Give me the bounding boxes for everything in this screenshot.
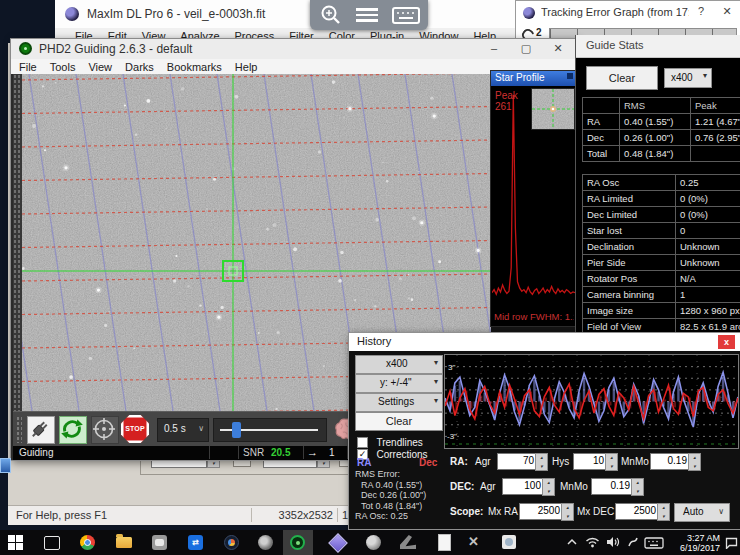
close-button[interactable]: ✕ [547,41,569,56]
phd2-taskbar-icon[interactable] [290,535,305,550]
volume-icon[interactable] [606,536,620,548]
phd2-menu-tools[interactable]: Tools [50,61,76,73]
guide-stats-clear-button[interactable]: Clear [586,66,658,90]
file-explorer-icon[interactable] [116,537,132,548]
history-scale-select[interactable]: x400 ▾ [355,355,443,374]
galaxy-app-icon[interactable] [258,535,273,550]
svg-text:3": 3" [448,363,455,372]
sphere-app-icon[interactable] [366,535,381,550]
close-button[interactable]: ✕ [716,4,738,19]
phd2-menu-bookmarks[interactable]: Bookmarks [167,61,222,73]
dec-minmove-input[interactable]: 0.19 [591,478,634,495]
max-ra-spinner[interactable]: ▴▾ [561,503,574,521]
history-settings-select[interactable]: Settings ▾ [355,393,443,412]
history-graph: 3"-3" [444,354,739,449]
remote-overlay-toolbar [310,0,428,30]
snr-value: 20.5 [271,447,290,458]
phd2-menu-file[interactable]: File [19,61,37,73]
stats-cell: Unknown [676,255,740,271]
phd2-menu-view[interactable]: View [88,61,112,73]
chevron-up-icon[interactable] [566,538,578,546]
stats-cell: RA Limited [583,191,676,207]
keyboard-icon[interactable] [392,7,420,24]
gamma-slider[interactable] [213,418,327,442]
dock-gripper[interactable] [13,74,22,411]
magnifier-icon[interactable] [320,4,342,26]
dec-minmove-spinner[interactable]: ▴▾ [631,478,644,496]
stats-cell: RA Osc [583,175,676,191]
star-profile-titlebar[interactable]: Star Profile [491,71,576,86]
phd2-menu-darks[interactable]: Darks [125,61,154,73]
pen-icon[interactable] [627,536,639,548]
max-ra-input[interactable]: 2500 [519,503,564,520]
desktop-icon[interactable] [0,458,11,473]
guide-stats-scale-select[interactable]: x400 ▾ [664,68,712,88]
chrome-icon[interactable] [80,535,95,550]
graphics-app-icon[interactable] [152,535,167,550]
guide-stats-rms-table: RMSPeakRA0.40 (1.55")1.21 (4.67")Dec0.26… [582,97,735,162]
arrow-icon: → [307,446,318,458]
stats-cell: 0.25 [676,175,740,191]
hysteresis-spinner[interactable]: ▴▾ [605,453,618,471]
star-thumbnail [531,88,575,130]
guide-stats-title: Guide Stats [586,39,643,51]
max-dec-input[interactable]: 2500 [615,503,660,520]
dec-mode-select[interactable]: Auto ∨ [674,503,730,522]
task-view-icon[interactable] [44,536,60,550]
help-button[interactable]: ? [690,4,712,19]
x-app-icon[interactable]: ✕ [468,534,479,549]
peak-label: Peak [495,90,518,101]
dec-aggression-spinner[interactable]: ▴▾ [542,478,555,496]
action-center-icon[interactable] [725,537,738,549]
camera-connect-button[interactable] [27,416,55,444]
dec-row-label: DEC: [450,481,474,492]
minimize-button[interactable]: – [483,41,505,56]
ra-agr-label: Agr [475,456,491,467]
history-yscale-select[interactable]: y: +/-4" ▾ [355,374,443,393]
teamviewer-icon[interactable]: ⇄ [188,535,203,550]
guide-button[interactable] [91,416,119,444]
chevron-down-icon: ▾ [434,377,438,386]
slider-thumb[interactable] [232,422,241,438]
ra-minmove-input[interactable]: 0.19 [650,453,691,470]
taskbar-clock[interactable]: 3:27 AM 6/19/2017 [666,533,720,553]
toolbar-gripper[interactable] [16,416,22,443]
hysteresis-input[interactable]: 10 [573,453,608,470]
history-window: History x x400 ▾ y: +/-4" ▾ Settings ▾ C… [348,332,740,530]
history-title: History [357,335,391,347]
close-button[interactable]: x [718,335,735,349]
ra-aggression-input[interactable]: 70 [497,453,538,470]
max-dec-spinner[interactable]: ▴▾ [657,503,670,521]
maxim-status-help: For Help, press F1 [16,509,107,521]
maxim-dl-taskbar-icon[interactable] [502,535,516,549]
dec-aggression-input[interactable]: 100 [502,478,545,495]
maximize-button[interactable]: ▢ [515,41,537,56]
telescope-app-icon[interactable] [400,535,416,549]
settings-label: Settings [378,396,414,407]
pin-icon[interactable] [567,73,573,79]
exposure-select[interactable]: 0.5 s ∨ [157,418,209,442]
ra-minmove-spinner[interactable]: ▴▾ [688,453,701,471]
start-button[interactable] [8,535,23,550]
keyboard-icon[interactable] [644,537,664,549]
tracking-window-title: Tracking Error Graph (from 17:0... [541,6,689,18]
stats-cell [583,98,620,114]
stop-button[interactable]: STOP [121,415,149,443]
stats-cell: 0 (0%) [676,191,740,207]
wifi-icon[interactable] [585,536,600,548]
document-app-icon[interactable] [438,534,451,551]
ra-aggression-spinner[interactable]: ▴▾ [535,453,548,471]
phd2-menu-help[interactable]: Help [235,61,258,73]
rms-line: RMS Error: [355,469,447,480]
mxra-label: Mx RA [488,506,518,517]
loop-exposures-button[interactable] [59,416,87,444]
stats-cell: RA [583,114,620,130]
planetarium-app-icon[interactable] [224,535,239,550]
menu-icon[interactable] [356,8,378,22]
stop-icon: STOP [125,425,145,432]
tracking-window-icon [523,7,535,19]
stats-cell: Declination [583,239,676,255]
guiding-status: Guiding [19,447,53,458]
gem-app-icon[interactable] [328,533,348,553]
history-clear-button[interactable]: Clear [355,412,443,431]
